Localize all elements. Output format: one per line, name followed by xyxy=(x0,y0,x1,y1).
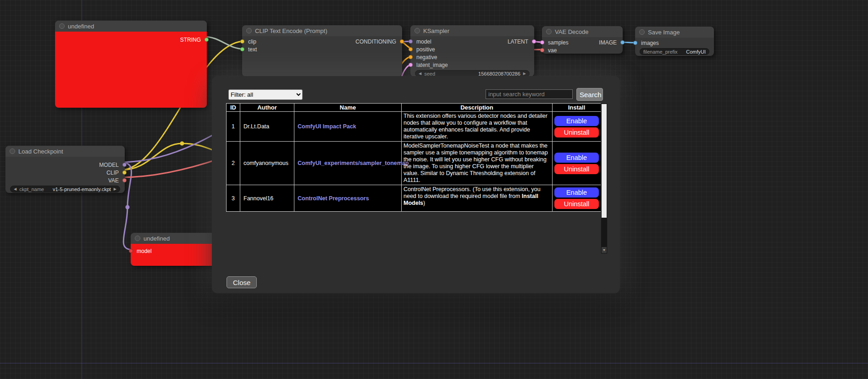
extension-link[interactable]: ControlNet Preprocessors xyxy=(298,195,369,202)
node-title-bar: CLIP Text Encode (Prompt) xyxy=(242,25,402,36)
node-title-text: CLIP Text Encode (Prompt) xyxy=(255,27,327,34)
output-port-vae[interactable] xyxy=(122,178,127,182)
node-save-image[interactable]: Save Image images filename_prefix ComfyU… xyxy=(635,27,714,56)
widget-value: v1-5-pruned-emaonly.ckpt xyxy=(53,187,111,192)
node-collapse-dot[interactable] xyxy=(10,148,15,154)
enable-button[interactable]: Enable xyxy=(554,116,599,126)
node-collapse-dot[interactable] xyxy=(415,28,420,33)
node-body: clip CONDITIONING text xyxy=(242,36,402,53)
output-slot-label: CLIP xyxy=(106,170,119,176)
output-port-clip[interactable] xyxy=(122,170,127,175)
extension-link[interactable]: ComfyUI Impact Pack xyxy=(298,123,356,130)
node-vae-decode[interactable]: VAE Decode samples IMAGE vae xyxy=(542,26,623,54)
node-clip-text-encode[interactable]: CLIP Text Encode (Prompt) clip CONDITION… xyxy=(242,25,402,77)
input-slot-label: latent_image xyxy=(416,62,448,68)
close-button[interactable]: Close xyxy=(227,276,257,288)
decrement-icon[interactable]: ◀ xyxy=(419,72,421,76)
output-slot-label: MODEL xyxy=(99,162,119,168)
previous-option-icon[interactable]: ◀ xyxy=(14,187,17,191)
uninstall-button[interactable]: Uninstall xyxy=(554,199,599,209)
node-title-bar: undefined xyxy=(131,233,216,244)
output-slot-label: LATENT xyxy=(508,38,528,45)
node-undefined-top[interactable]: undefined STRING xyxy=(55,21,207,108)
node-collapse-dot[interactable] xyxy=(59,23,65,29)
node-collapse-dot[interactable] xyxy=(135,236,140,241)
widget-value: 156680208700286 xyxy=(478,71,520,77)
cell-description: ModelSamplerTonemapNoiseTest a node that… xyxy=(402,142,553,185)
node-body: images filename_prefix ComfyUI xyxy=(635,38,714,55)
scrollbar-thumb[interactable] xyxy=(602,104,607,218)
description-text: This extension offers various detector n… xyxy=(404,113,547,140)
description-text: ControlNet Preprocessors. (To use this e… xyxy=(404,186,541,199)
input-port-text[interactable] xyxy=(240,47,244,51)
input-port-vae[interactable] xyxy=(540,48,544,52)
uninstall-button[interactable]: Uninstall xyxy=(554,164,599,174)
node-ksampler[interactable]: KSampler model LATENT positive negative … xyxy=(410,25,534,77)
table-header-row: ID Author Name Description Install xyxy=(227,104,601,112)
input-port-negative[interactable] xyxy=(409,55,413,59)
node-title-text: undefined xyxy=(68,23,94,30)
cell-author: comfyanonymous xyxy=(240,142,294,185)
input-port-clip[interactable] xyxy=(240,39,244,44)
input-port-model[interactable] xyxy=(129,249,133,253)
node-body: model LATENT positive negative latent_im… xyxy=(410,36,534,77)
column-header-install: Install xyxy=(553,104,601,112)
node-title-bar: VAE Decode xyxy=(542,26,623,37)
input-slot-label: negative xyxy=(416,54,437,60)
input-port-images[interactable] xyxy=(633,41,637,45)
output-port-image[interactable] xyxy=(620,40,625,44)
node-title-bar: Save Image xyxy=(635,27,714,38)
node-collapse-dot[interactable] xyxy=(546,29,552,34)
input-slot-label: model xyxy=(416,38,431,45)
node-body: STRING xyxy=(55,32,207,108)
filename-prefix-widget[interactable]: filename_prefix ComfyUI xyxy=(640,48,709,55)
column-header-description: Description xyxy=(402,104,553,112)
node-collapse-dot[interactable] xyxy=(246,28,252,33)
next-option-icon[interactable]: ▶ xyxy=(114,187,116,191)
input-slot-label: clip xyxy=(248,38,256,45)
input-slot-label: images xyxy=(641,40,659,46)
cell-description: This extension offers various detector n… xyxy=(402,112,553,142)
canvas-guide-line-horizontal xyxy=(0,363,868,363)
enable-button[interactable]: Enable xyxy=(554,187,599,198)
input-port-model[interactable] xyxy=(409,39,413,44)
output-port-conditioning[interactable] xyxy=(400,39,404,44)
cell-author: Fannovel16 xyxy=(240,185,294,212)
widget-label: seed xyxy=(424,71,435,77)
input-slot-label: samples xyxy=(548,39,569,46)
node-title-bar: KSampler xyxy=(410,25,534,36)
table-row: 2 comfyanonymous ComfyUI_experiments/sam… xyxy=(227,142,601,185)
column-header-name: Name xyxy=(294,104,402,112)
input-port-samples[interactable] xyxy=(540,40,544,44)
input-slot-label: vae xyxy=(548,47,557,54)
search-input[interactable] xyxy=(486,89,573,99)
output-port-latent[interactable] xyxy=(532,39,536,44)
node-load-checkpoint[interactable]: Load Checkpoint MODEL CLIP VAE ◀ ckpt_na… xyxy=(6,146,125,193)
table-row: 3 Fannovel16 ControlNet Preprocessors Co… xyxy=(227,185,601,212)
node-undefined-bottom[interactable]: undefined model xyxy=(131,233,216,266)
ckpt-name-widget[interactable]: ◀ ckpt_name v1-5-pruned-emaonly.ckpt ▶ xyxy=(10,186,120,192)
input-slot-label: text xyxy=(248,46,257,53)
search-button[interactable]: Search xyxy=(576,88,603,101)
increment-icon[interactable]: ▶ xyxy=(523,72,526,76)
output-port-model[interactable] xyxy=(122,163,127,167)
output-slot-label: CONDITIONING xyxy=(355,38,396,45)
input-port-positive[interactable] xyxy=(409,47,413,51)
node-collapse-dot[interactable] xyxy=(639,29,645,35)
input-slot-label: model xyxy=(137,248,152,254)
filter-select[interactable]: Filter: all xyxy=(228,89,303,100)
uninstall-button[interactable]: Uninstall xyxy=(554,127,599,137)
node-title-text: undefined xyxy=(144,235,170,242)
table-scrollbar[interactable]: ▼ xyxy=(601,103,608,254)
extension-link[interactable]: ComfyUI_experiments/sampler_tonemap xyxy=(298,160,409,166)
cell-description: ControlNet Preprocessors. (To use this e… xyxy=(402,185,553,212)
output-slot-label: STRING xyxy=(180,37,201,43)
enable-button[interactable]: Enable xyxy=(554,153,599,163)
scroll-down-icon[interactable]: ▼ xyxy=(602,247,607,253)
node-title-text: Load Checkpoint xyxy=(18,148,63,155)
cell-id: 1 xyxy=(227,112,240,142)
output-port-string[interactable] xyxy=(205,38,209,42)
extensions-table: ID Author Name Description Install 1 Dr.… xyxy=(226,103,601,212)
cell-id: 2 xyxy=(227,142,240,185)
input-port-latent-image[interactable] xyxy=(409,63,413,67)
